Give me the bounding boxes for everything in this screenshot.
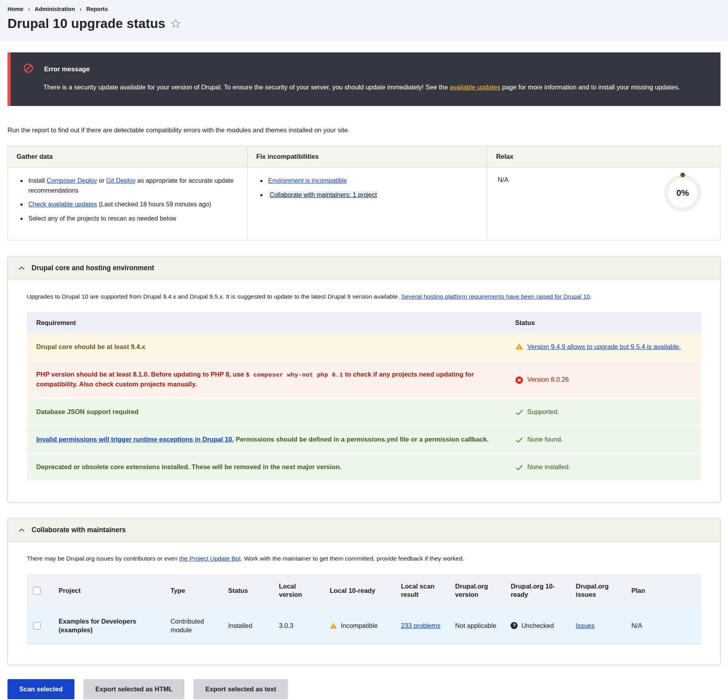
fix-incompatibilities-cell: Environment is incompatible Collaborate … [248,167,488,240]
relax-cell: N/A 0% [487,167,720,240]
relax-value: N/A [498,176,509,184]
select-all-header-cell [27,574,54,607]
error-banner-title: Error message [44,65,90,73]
chevron-up-icon [19,526,25,534]
breadcrumb-reports[interactable]: Reports [86,6,108,12]
drupal-org-issues-column-header: Drupal.org issues [571,574,627,607]
status-column-header: Status [223,574,274,607]
project-local-version: 3.0.3 [274,607,325,644]
gather-item-check-updates: Check available updates (Last checked 18… [27,200,237,210]
breadcrumb-administration[interactable]: Administration [35,6,75,12]
composer-command-code: $ composer why-not php 8.1 [246,372,343,379]
type-column-header: Type [166,574,223,607]
check-icon [515,437,523,443]
environment-incompatible-link[interactable]: Environment is incompatible [268,177,347,184]
check-icon [515,464,523,471]
hosting-requirements-link[interactable]: Several hosting platform requirements ha… [401,293,590,300]
warning-icon [515,343,523,350]
progress-percent: 0% [676,188,689,198]
check-available-updates-link[interactable]: Check available updates [28,201,97,208]
deprecated-extensions-status: None installed. [527,462,570,472]
report-intro-text: Run the report to find out if there are … [7,126,721,134]
progress-dot [680,173,685,177]
project-type: Contributed module [166,607,223,644]
gather-item-select-projects: Select any of the projects to rescan as … [27,214,237,224]
permissions-status: None found. [527,435,563,444]
core-version-status-link[interactable]: Version 9.4.9 allows to upgrade but 9.5.… [527,342,681,352]
collaborate-panel-title: Collaborate with maintainers [32,526,126,534]
breadcrumb: Home › Administration › Reports [7,6,721,12]
error-banner-text: There is a security update available for… [43,82,703,93]
upgrade-steps-table: Gather data Fix incompatibilities Relax … [7,146,721,240]
requirement-php-version: PHP version should be at least 8.1.0. Be… [27,361,506,398]
drupal-org-version-column-header: Drupal.org version [450,574,506,607]
check-icon [515,409,523,416]
requirement-deprecated-extensions: Deprecated or obsolete core extensions i… [27,453,506,481]
form-actions: Scan selected Export selected as HTML Ex… [7,679,721,699]
fix-item-environment: Environment is incompatible [267,176,477,186]
issues-link[interactable]: Issues [576,622,595,629]
project-drupal-org-version: Not applicable [450,607,506,644]
drupal-org-10-ready-column-header: Drupal.org 10-ready [506,574,571,607]
row-select-cell [27,607,54,644]
project-name: Examples for Developers (examples) [54,607,166,644]
table-row: Invalid permissions will trigger runtime… [27,426,701,453]
question-mark-icon: ? [511,622,518,629]
collaborate-panel: Collaborate with maintainers There may b… [7,518,721,665]
table-row: Drupal core should be at least 9.4.x Ver… [27,334,701,361]
row-select-checkbox[interactable] [33,622,41,629]
page-header: Home › Administration › Reports Drupal 1… [0,0,728,41]
export-text-button[interactable]: Export selected as text [193,679,288,699]
table-row: Deprecated or obsolete core extensions i… [27,453,701,481]
status-column-header: Status [506,312,701,334]
breadcrumb-home[interactable]: Home [7,6,23,12]
project-plan: N/A [627,607,701,644]
upgrade-progress-donut: 0% [664,175,701,212]
gather-item-install: Install Composer Deploy or Git Deploy as… [27,176,237,196]
core-environment-panel-header[interactable]: Drupal core and hosting environment [8,256,720,280]
project-drupal-org-10-ready: ? Unchecked [506,607,571,644]
projects-table: Project Type Status Local version Local … [27,574,701,644]
collaborate-intro: There may be Drupal.org issues by contri… [27,554,701,563]
chevron-up-icon [19,264,25,272]
requirements-table: Requirement Status Drupal core should be… [27,312,701,481]
core-environment-intro: Upgrades to Drupal 10 are supported from… [27,292,701,301]
warning-icon [330,622,337,629]
breadcrumb-separator: › [28,6,30,12]
project-update-bot-link[interactable]: the Project Update Bot [179,555,241,562]
table-row: Examples for Developers (examples) Contr… [27,607,701,644]
core-environment-panel-title: Drupal core and hosting environment [32,264,154,272]
ban-icon [23,63,33,75]
requirement-core-version: Drupal core should be at least 9.4.x [27,334,506,361]
scan-selected-button[interactable]: Scan selected [7,679,74,699]
local-10-ready-column-header: Local 10-ready [325,574,396,607]
scan-problems-link[interactable]: 233 problems [401,622,440,629]
collaborate-panel-header[interactable]: Collaborate with maintainers [8,518,720,542]
git-deploy-link[interactable]: Git Deploy [106,177,136,184]
requirement-column-header: Requirement [27,312,506,334]
composer-deploy-link[interactable]: Composer Deploy [46,177,97,184]
fix-incompatibilities-header: Fix incompatibilities [248,146,488,167]
requirement-database-json: Database JSON support required [27,398,506,426]
error-message-banner: Error message There is a security update… [7,52,721,106]
plan-column-header: Plan [627,574,701,607]
table-row: PHP version should be at least 8.1.0. Be… [27,361,701,398]
database-json-status: Supported. [527,407,559,417]
page-title: Drupal 10 upgrade status [7,16,165,31]
invalid-permissions-link[interactable]: Invalid permissions will trigger runtime… [36,436,234,443]
requirement-invalid-permissions: Invalid permissions will trigger runtime… [27,426,506,453]
project-local-10-ready: Incompatible [325,607,396,644]
fix-item-collaborate: Collaborate with maintainers: 1 project [267,190,477,200]
collaborate-maintainers-link[interactable]: Collaborate with maintainers: 1 project [268,191,379,199]
breadcrumb-separator: › [80,6,82,12]
local-scan-result-column-header: Local scan result [396,574,451,607]
local-version-column-header: Local version [274,574,325,607]
project-status: Installed [223,607,274,644]
export-html-button[interactable]: Export selected as HTML [84,679,184,699]
project-column-header: Project [54,574,166,607]
table-row: Database JSON support required Supported… [27,398,701,426]
bookmark-star-icon[interactable] [170,18,181,29]
available-updates-link[interactable]: available updates [450,84,500,91]
project-drupal-org-issues: Issues [571,607,627,644]
select-all-checkbox[interactable] [33,587,41,594]
